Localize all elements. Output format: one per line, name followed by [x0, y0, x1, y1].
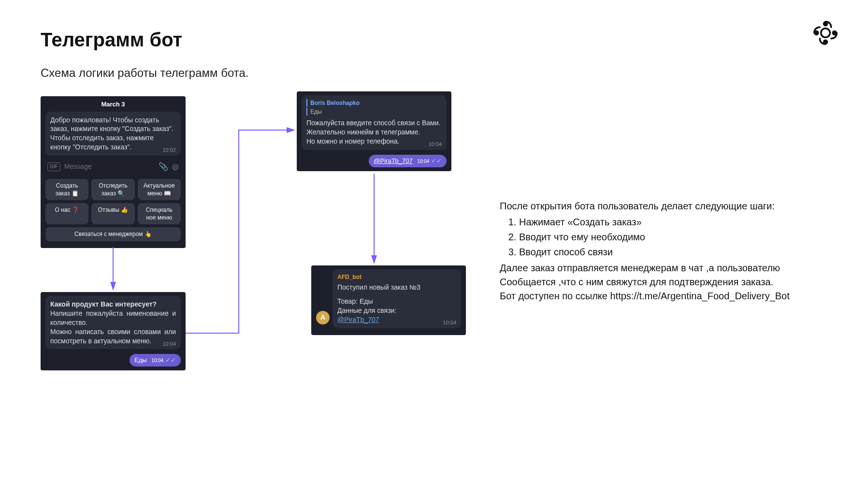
reply-quote: Еды [306, 108, 442, 116]
svg-point-1 [824, 22, 827, 26]
message-time: 10:04 [443, 319, 456, 326]
explain-p3: Бот доступен по ссылке https://t.me/Arge… [500, 289, 838, 303]
order-notification: A AFD_bot Поступил новый заказ №3 Товар:… [333, 269, 461, 328]
kb-track-order[interactable]: Отследить заказ 🔍 [91, 179, 134, 200]
user-reply-text: Еды [134, 356, 147, 364]
user-reply-text: @PiraTb_707 [374, 157, 412, 164]
keyboard-grid: Создать заказ 📋 Отследить заказ 🔍 Актуал… [45, 179, 181, 241]
welcome-message: Добро пожаловать! Чтобы создать заказ, н… [45, 112, 181, 156]
read-checks-icon: ✓✓ [431, 157, 442, 164]
contact-question-body: Пожалуйста введите способ связи с Вами. … [306, 119, 440, 145]
order-line-1: Поступил новый заказ №3 [337, 283, 456, 292]
kb-about[interactable]: О нас ❓ [45, 203, 88, 224]
bot-name: AFD_bot [337, 273, 456, 281]
attach-icon[interactable]: 📎 [159, 161, 168, 172]
explain-p2: Сообщается ,что с ним свяжутся для подтв… [500, 275, 838, 289]
bot-avatar: A [316, 311, 330, 324]
slide: Телеграмм бот Схема логики работы телегр… [12, 6, 856, 478]
explain-intro: После открытия бота пользователь делает … [500, 199, 838, 213]
explain-p1: Далее заказ отправляется менеджерам в ча… [500, 261, 838, 275]
user-reply-time: 10:04 [151, 358, 163, 363]
user-reply-time: 10:04 [417, 159, 429, 164]
message-input-row: GIF Message 📎 ◎ [45, 159, 181, 175]
telegram-screen-2: Какой продукт Вас интересует? Напишите п… [41, 292, 186, 370]
kb-contact-manager[interactable]: Связаться с менеджером 👆 [45, 227, 181, 241]
explain-step: Вводит что ему необходимо [519, 230, 838, 244]
message-time: 10:04 [162, 340, 176, 348]
user-reply: @PiraTb_707 10:04 ✓✓ [369, 155, 447, 167]
mic-icon[interactable]: ◎ [172, 161, 179, 172]
kb-reviews[interactable]: Отзывы 👍 [91, 203, 134, 224]
svg-point-4 [833, 31, 836, 35]
message-input[interactable]: Message [64, 162, 155, 171]
telegram-screen-1: March 3 Добро пожаловать! Чтобы создать … [41, 96, 186, 248]
kb-special[interactable]: Специаль ное меню [138, 203, 181, 224]
svg-point-3 [815, 31, 818, 35]
product-question-title: Какой продукт Вас интересует? [50, 300, 157, 308]
order-line-3: Данные для связи: [337, 306, 456, 315]
kb-menu[interactable]: Актуальное меню 📖 [138, 179, 181, 200]
brand-logo-icon [812, 19, 839, 46]
telegram-screen-3: Boris Beloshapko Еды Пожалуйста введите … [297, 91, 451, 171]
kb-create-order[interactable]: Создать заказ 📋 [45, 179, 88, 200]
svg-point-0 [821, 29, 830, 38]
message-time: 10:04 [428, 141, 442, 148]
explanation-text: После открытия бота пользователь делает … [500, 199, 838, 303]
explain-step: Нажимает «Создать заказ» [519, 215, 838, 229]
welcome-text: Добро пожаловать! Чтобы создать заказ, н… [50, 116, 174, 151]
order-line-2: Товар: Еды [337, 297, 456, 306]
page-title: Телеграмм бот [41, 29, 827, 51]
product-question-body: Напишите пожалуйста нименование и количе… [50, 309, 176, 346]
read-checks-icon: ✓✓ [165, 356, 176, 364]
message-time: 10:02 [162, 147, 176, 154]
reply-author: Boris Beloshapko [306, 99, 442, 107]
date-label: March 3 [45, 100, 181, 109]
gif-icon[interactable]: GIF [47, 162, 60, 171]
product-question: Какой продукт Вас интересует? Напишите п… [45, 296, 181, 349]
svg-point-2 [824, 40, 827, 44]
order-contact-link[interactable]: @PiraTb_707 [337, 315, 456, 324]
user-reply: Еды 10:04 ✓✓ [130, 354, 181, 367]
page-subtitle: Схема логики работы телеграмм бота. [41, 66, 827, 80]
explain-step: Вводит способ связи [519, 245, 838, 259]
contact-question: Boris Beloshapko Еды Пожалуйста введите … [302, 95, 447, 150]
telegram-screen-4: A AFD_bot Поступил новый заказ №3 Товар:… [311, 265, 466, 335]
